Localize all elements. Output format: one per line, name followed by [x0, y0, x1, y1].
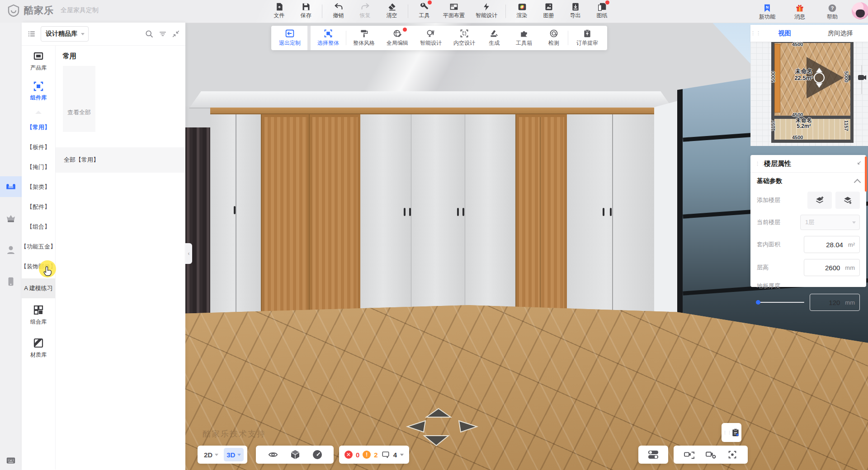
issues-bar[interactable]: ✕ 0 ! 2 4 [339, 446, 409, 464]
drag-handle-icon[interactable]: ⋮⋮ [755, 163, 761, 165]
rail-device-tab[interactable] [0, 271, 22, 292]
settings-toggles-button[interactable] [638, 446, 668, 464]
mode-2d-button[interactable]: 2D [201, 451, 221, 459]
interior-design-button[interactable]: 内空设计 [448, 29, 481, 47]
save-button[interactable]: 保存 [292, 1, 319, 18]
wardrobe-door-oak[interactable] [516, 114, 567, 316]
chevron-up-icon[interactable] [854, 179, 861, 186]
detect-button[interactable]: 检测 [541, 29, 567, 47]
error-icon: ✕ [344, 451, 353, 459]
product-library-icon [33, 51, 44, 62]
generate-button[interactable]: 生成 [481, 29, 507, 47]
smart-design-tool-button[interactable]: 智能设计 [414, 29, 448, 47]
performance-gauge-button[interactable] [312, 449, 323, 460]
category-zuhe[interactable]: 【组合】 [27, 217, 50, 237]
focus-center-button[interactable] [727, 450, 738, 460]
help-button[interactable]: ? 帮助 [819, 3, 845, 19]
category-jialei[interactable]: 【架类】 [27, 177, 50, 197]
panel-scrollbar[interactable] [865, 156, 867, 192]
clipboard-widget-button[interactable]: ⋮⋮ [722, 423, 741, 442]
floorplan-label: 平面布置 [443, 13, 465, 18]
filter-icon[interactable] [158, 30, 167, 38]
notification-dot [428, 0, 432, 5]
search-icon[interactable] [145, 29, 154, 38]
redo-button[interactable]: 恢复 [352, 1, 378, 18]
undo-button[interactable]: 撤销 [325, 1, 352, 18]
floorplan-minimap[interactable]: 4500 5000 5000 未命名 22.5m² 4500 未命名 5.2m²… [750, 42, 868, 146]
global-edit-button[interactable]: 全局编辑 [381, 29, 414, 47]
category-banjian[interactable]: 【板件】 [27, 137, 50, 157]
room-small-label: 未命名 5.2m² [786, 118, 822, 129]
all-changyong-row[interactable]: 全部【常用】 [56, 147, 185, 173]
tab-material-library[interactable]: 材质库 [30, 338, 47, 359]
library-selector[interactable]: 设计精品库 [41, 26, 89, 42]
camera-settings-button[interactable] [705, 450, 717, 460]
tools-button[interactable]: 工具 [411, 1, 438, 18]
album-button[interactable]: 图册 [535, 1, 562, 18]
collapse-panel-icon[interactable] [172, 30, 180, 38]
floorplan-button[interactable]: 平面布置 [438, 1, 470, 18]
wardrobe-door-white[interactable] [465, 114, 517, 316]
tab-view[interactable]: 视图 [757, 29, 812, 38]
combo-library-label: 组合库 [30, 318, 47, 326]
view-all-card[interactable]: 查看全部 [63, 66, 95, 132]
render-button[interactable]: 渲染 [509, 1, 535, 18]
slider-knob[interactable] [756, 300, 760, 305]
category-peijian[interactable]: 【配件】 [27, 197, 50, 217]
tab-product-library[interactable]: 产品库 [30, 51, 47, 72]
smart-design-button[interactable]: 智能设计 [470, 1, 503, 18]
wardrobe[interactable] [210, 108, 654, 320]
add-floor-above-button[interactable] [807, 192, 832, 209]
category-changyong[interactable]: 【常用】 [27, 118, 50, 137]
area-input[interactable] [821, 240, 844, 249]
collapse-corner-icon[interactable] [855, 160, 862, 167]
navigation-arrows[interactable] [404, 406, 481, 449]
drawings-button[interactable]: 图纸 [589, 1, 615, 18]
camera-cone[interactable] [750, 42, 868, 146]
dim-small-right: 1157 [844, 120, 849, 131]
new-features-button[interactable]: N 新功能 [754, 3, 780, 19]
generate-label: 生成 [489, 39, 500, 47]
camera-frame-button[interactable] [684, 450, 695, 460]
tab-combo-library[interactable]: 组合库 [30, 305, 47, 326]
rail-profile-tab[interactable] [0, 240, 22, 260]
camera-slider-icon[interactable] [857, 72, 867, 83]
select-whole-button[interactable]: 选择整体 [311, 29, 345, 47]
clear-button[interactable]: 清空 [378, 1, 405, 18]
rail-furniture-tab[interactable] [0, 176, 22, 197]
current-floor-select[interactable]: 1层 [800, 215, 860, 230]
user-avatar[interactable] [852, 2, 868, 19]
smart-design-tool-label: 智能设计 [420, 39, 442, 47]
redo-icon [360, 2, 370, 11]
sidebar-collapse-handle[interactable]: ‹ [185, 243, 192, 264]
custom-library-item[interactable]: A 建模练习 [22, 278, 55, 298]
rail-vip-tab[interactable] [0, 208, 22, 229]
tab-room-select[interactable]: 房间选择 [812, 29, 868, 38]
tab-component-library[interactable]: 组件库 [30, 81, 47, 102]
file-button[interactable]: 文件 [266, 1, 292, 18]
height-input[interactable] [817, 263, 841, 272]
drag-handle-icon[interactable]: ⋮⋮ [750, 32, 757, 34]
wardrobe-door-white[interactable] [210, 114, 262, 316]
app-window: 酷家乐技术支持 酷家乐 全屋家具定制 文件 [0, 0, 868, 470]
list-menu-icon[interactable] [27, 30, 36, 38]
messages-button[interactable]: 消息 [787, 3, 813, 19]
thickness-input[interactable] [817, 298, 841, 307]
exit-customization-button[interactable]: 退出定制 [273, 29, 307, 47]
component-library-label: 组件库 [30, 94, 47, 102]
rail-shortcut-button[interactable] [0, 456, 22, 465]
dim-small-bottom: 4500 [792, 135, 803, 140]
thickness-slider[interactable] [757, 302, 804, 303]
order-review-button[interactable]: 订单提审 [569, 29, 605, 47]
toolbox-button[interactable]: 工具箱 [507, 29, 541, 47]
mode-3d-button[interactable]: 3D [224, 448, 244, 461]
category-yanmen[interactable]: 【掩门】 [27, 157, 50, 177]
wardrobe-door-oak[interactable] [262, 114, 310, 316]
visibility-eye-button[interactable] [267, 450, 279, 460]
wardrobe-door-oak[interactable] [310, 114, 360, 316]
category-gongnengwujin[interactable]: 【功能五金】 [21, 237, 56, 257]
cube-view-button[interactable] [290, 449, 301, 460]
add-floor-below-button[interactable] [835, 192, 860, 209]
export-button[interactable]: 导出 [562, 1, 589, 18]
overall-style-button[interactable]: 整体风格 [347, 29, 381, 47]
